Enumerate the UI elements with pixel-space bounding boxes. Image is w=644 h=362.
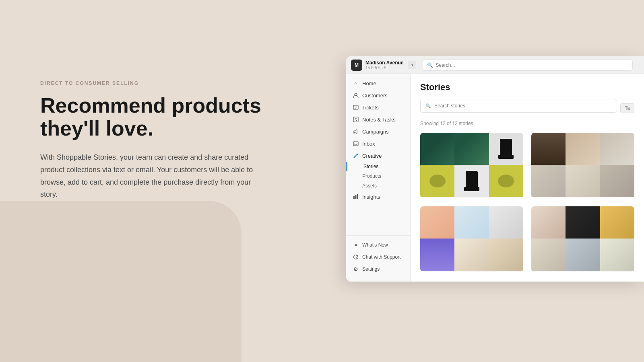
tab-button[interactable]: Ta bbox=[620, 103, 634, 113]
home-icon bbox=[353, 80, 359, 86]
story-info-beauty: Beauty Edit 8 Pieces bbox=[420, 271, 523, 272]
story-img-4 bbox=[420, 165, 454, 197]
story-card-beauty[interactable]: Beauty Edit 8 Pieces bbox=[420, 206, 523, 272]
creative-icon bbox=[353, 152, 359, 159]
sidebar-item-whats-new-label: What's New bbox=[362, 242, 388, 248]
sidebar-item-inbox[interactable]: Inbox bbox=[346, 138, 410, 150]
story-img-c2 bbox=[566, 133, 600, 165]
showing-count: Showing 12 of 12 stories bbox=[420, 121, 634, 126]
story-images-fall-fashion bbox=[531, 206, 634, 271]
sidebar-item-insights[interactable]: Insights bbox=[346, 191, 410, 203]
sidebar-item-chat-support[interactable]: Chat with Support bbox=[346, 251, 410, 263]
brand-name: Madison Avenue bbox=[365, 60, 403, 66]
stories-search-input[interactable] bbox=[434, 103, 612, 109]
sidebar-item-campaigns[interactable]: Campaigns bbox=[346, 125, 410, 138]
search-icon: 🔍 bbox=[427, 62, 433, 68]
story-img-3 bbox=[489, 133, 523, 165]
sidebar-item-notes-label: Notes & Tasks bbox=[362, 117, 396, 123]
content-header: Stories 🔍 Ta Showing 12 of 12 stories bbox=[411, 74, 644, 133]
sidebar-item-tickets-label: Tickets bbox=[362, 105, 379, 111]
brand-sub: 15 E 57th St bbox=[365, 66, 403, 70]
story-img-c5 bbox=[566, 165, 600, 197]
story-info-fall-fashion: Fall Fashion 7 Pieces bbox=[531, 271, 634, 272]
story-info-picks-carolyne: Picks for Carolyne's trip to Mexico 5 Pi… bbox=[531, 197, 634, 198]
heading-line1: Recommend products bbox=[40, 94, 261, 117]
global-search[interactable]: 🔍 bbox=[423, 60, 633, 71]
sidebar-item-settings-label: Settings bbox=[362, 266, 380, 272]
story-img-5 bbox=[454, 165, 489, 197]
story-img-c6 bbox=[600, 165, 634, 197]
sidebar-subitem-stories[interactable]: Stories bbox=[346, 162, 410, 171]
background-blob bbox=[0, 201, 242, 362]
story-img-c3 bbox=[600, 133, 634, 165]
svg-rect-7 bbox=[355, 195, 357, 199]
sidebar-nav: Home Customers bbox=[346, 77, 410, 235]
customers-icon bbox=[353, 92, 359, 99]
sidebar-subitem-products[interactable]: Products bbox=[346, 171, 410, 181]
main-heading: Recommend products they'll love. bbox=[40, 94, 282, 140]
story-img-f1 bbox=[531, 206, 566, 239]
sidebar-item-customers[interactable]: Customers bbox=[346, 89, 410, 101]
main-area: Home Customers bbox=[346, 74, 644, 282]
story-img-f6 bbox=[600, 239, 634, 271]
brand-section: M Madison Avenue 15 E 57th St ▾ bbox=[351, 60, 416, 71]
subtitle-label: DIRECT TO CONSUMER SELLING bbox=[40, 80, 282, 86]
stories-search-bar[interactable]: 🔍 bbox=[420, 99, 617, 113]
tickets-icon bbox=[353, 104, 359, 111]
sidebar-item-chat-support-label: Chat with Support bbox=[362, 254, 400, 260]
story-img-f5 bbox=[566, 239, 600, 271]
title-bar: M Madison Avenue 15 E 57th St ▾ 🔍 bbox=[346, 56, 644, 74]
sidebar-subitem-stories-label: Stories bbox=[363, 164, 378, 169]
story-images-spring-favorites bbox=[420, 133, 523, 197]
sidebar-item-insights-label: Insights bbox=[362, 194, 380, 200]
story-img-b5 bbox=[454, 239, 489, 271]
sidebar-subitem-assets[interactable]: Assets bbox=[346, 181, 410, 191]
story-card-picks-carolyne[interactable]: Picks for Carolyne's trip to Mexico 5 Pi… bbox=[531, 133, 634, 198]
search-input[interactable] bbox=[436, 62, 628, 68]
sidebar-item-creative-label: Creative bbox=[362, 153, 382, 159]
story-images-picks-carolyne bbox=[531, 133, 634, 197]
inbox-icon bbox=[353, 140, 359, 147]
content-title: Stories bbox=[420, 82, 634, 93]
heading-line2: they'll love. bbox=[40, 117, 153, 140]
campaigns-icon bbox=[353, 128, 359, 135]
sidebar-item-settings[interactable]: ⚙ Settings bbox=[346, 263, 410, 275]
story-img-b6 bbox=[489, 239, 523, 271]
brand-dropdown[interactable]: ▾ bbox=[408, 61, 416, 69]
left-panel: DIRECT TO CONSUMER SELLING Recommend pro… bbox=[40, 80, 282, 201]
svg-rect-6 bbox=[353, 196, 355, 199]
sidebar: Home Customers bbox=[346, 74, 411, 282]
story-img-c1 bbox=[531, 133, 566, 165]
story-card-fall-fashion[interactable]: Fall Fashion 7 Pieces bbox=[531, 206, 634, 272]
whats-new-icon: ✦ bbox=[353, 242, 359, 248]
brand-info: Madison Avenue 15 E 57th St bbox=[365, 60, 403, 70]
sidebar-item-home[interactable]: Home bbox=[346, 77, 410, 89]
story-img-6 bbox=[489, 165, 523, 197]
sidebar-item-home-label: Home bbox=[362, 80, 376, 86]
sidebar-subitem-products-label: Products bbox=[362, 173, 381, 179]
story-img-b4 bbox=[420, 239, 454, 271]
story-img-f3 bbox=[600, 206, 634, 239]
stories-search-icon: 🔍 bbox=[425, 103, 431, 109]
story-img-b3 bbox=[489, 206, 523, 239]
story-img-c4 bbox=[531, 165, 566, 197]
sidebar-item-customers-label: Customers bbox=[362, 93, 388, 99]
settings-icon: ⚙ bbox=[353, 266, 359, 272]
sidebar-item-campaigns-label: Campaigns bbox=[362, 129, 389, 135]
story-img-f2 bbox=[566, 206, 600, 239]
sidebar-item-inbox-label: Inbox bbox=[362, 141, 375, 147]
sidebar-item-notes-tasks[interactable]: Notes & Tasks bbox=[346, 113, 410, 125]
sidebar-bottom: ✦ What's New Chat with Support ⚙ bbox=[346, 235, 410, 278]
story-img-f4 bbox=[531, 239, 566, 271]
support-icon bbox=[353, 254, 359, 260]
sidebar-subitem-assets-label: Assets bbox=[362, 183, 377, 189]
stories-grid: Spring Favorites 6 Pieces bbox=[411, 133, 644, 282]
sidebar-item-creative[interactable]: Creative bbox=[346, 150, 410, 162]
story-info-spring-favorites: Spring Favorites 6 Pieces bbox=[420, 197, 523, 198]
brand-icon: M bbox=[351, 60, 362, 71]
sidebar-item-whats-new[interactable]: ✦ What's New bbox=[346, 239, 410, 251]
story-card-spring-favorites[interactable]: Spring Favorites 6 Pieces bbox=[420, 133, 523, 198]
sidebar-item-tickets[interactable]: Tickets bbox=[346, 101, 410, 113]
story-img-b1 bbox=[420, 206, 454, 239]
svg-rect-1 bbox=[353, 105, 358, 109]
